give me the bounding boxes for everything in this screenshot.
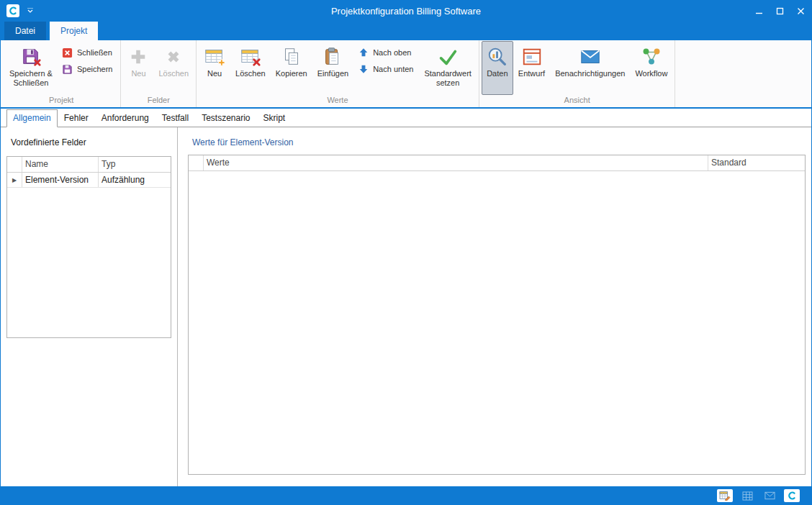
set-default-label-line2: setzen bbox=[436, 78, 459, 88]
group-caption-ansicht: Ansicht bbox=[482, 95, 673, 107]
status-bar bbox=[1, 486, 811, 505]
field-delete-label: Löschen bbox=[158, 69, 189, 78]
arrow-up-icon bbox=[358, 47, 369, 58]
copy-button[interactable]: Kopieren bbox=[271, 41, 312, 95]
maximize-button[interactable] bbox=[770, 0, 790, 22]
ribbon-group-projekt: Speichern & Schließen Schließen S bbox=[2, 40, 121, 107]
move-up-button[interactable]: Nach oben bbox=[355, 46, 416, 59]
close-project-label: Schließen bbox=[77, 48, 112, 57]
design-form-icon bbox=[521, 45, 543, 69]
field-delete-button[interactable]: Löschen bbox=[153, 41, 194, 95]
save-and-close-button[interactable]: Speichern & Schließen bbox=[4, 41, 58, 95]
data-magnifier-icon bbox=[487, 45, 508, 69]
window-controls bbox=[749, 0, 811, 22]
tab-allgemein[interactable]: Allgemein bbox=[6, 109, 58, 127]
view-data-label: Daten bbox=[487, 69, 508, 78]
view-data-button[interactable]: Daten bbox=[482, 41, 513, 95]
grid-empty-area bbox=[7, 188, 171, 337]
close-red-icon bbox=[62, 47, 73, 58]
ribbon: Speichern & Schließen Schließen S bbox=[1, 40, 811, 109]
values-panel-title: Werte für Element-Version bbox=[192, 137, 806, 147]
window-title: Projektkonfiguration Billing Software bbox=[1, 6, 811, 17]
view-design-button[interactable]: Entwurf bbox=[513, 41, 550, 95]
notifications-button[interactable]: Benachrichtigungen bbox=[550, 41, 630, 95]
values-grid: Werte Standard bbox=[188, 155, 806, 475]
paste-icon bbox=[322, 45, 343, 69]
view-tab-strip: Allgemein Fehler Anforderung Testfall Te… bbox=[1, 109, 811, 127]
ribbon-group-werte: Neu Löschen bbox=[197, 40, 479, 107]
column-header-typ[interactable]: Typ bbox=[99, 157, 171, 172]
save-and-close-label-line1: Speichern & bbox=[9, 69, 53, 78]
fields-edit-icon[interactable] bbox=[717, 489, 733, 502]
group-caption-felder: Felder bbox=[123, 95, 194, 107]
tab-skript[interactable]: Skript bbox=[257, 109, 292, 127]
ribbon-tab-projekt[interactable]: Projekt bbox=[50, 22, 98, 40]
arrow-down-icon bbox=[358, 63, 369, 75]
notifications-label: Benachrichtigungen bbox=[555, 69, 625, 78]
checkmark-icon bbox=[437, 45, 459, 69]
grid-header-row: Name Typ bbox=[7, 157, 171, 173]
copy-label: Kopieren bbox=[276, 69, 307, 78]
tab-anforderung[interactable]: Anforderung bbox=[95, 109, 155, 127]
close-button[interactable] bbox=[790, 0, 811, 22]
save-and-close-label-line2: Schließen bbox=[14, 78, 49, 88]
cell-field-typ[interactable]: Aufzählung bbox=[99, 173, 171, 187]
paste-button[interactable]: Einfügen bbox=[312, 41, 353, 95]
app-window: Projektkonfiguration Billing Software Da… bbox=[0, 0, 812, 505]
move-down-button[interactable]: Nach unten bbox=[355, 63, 416, 76]
value-delete-label: Löschen bbox=[235, 69, 266, 78]
predefined-fields-panel: Vordefinierte Felder Name Typ ▶ Element-… bbox=[1, 127, 178, 486]
quick-access-chevron-down-icon[interactable] bbox=[27, 8, 34, 14]
ribbon-tab-row: Datei Projekt bbox=[1, 22, 811, 40]
predefined-fields-grid: Name Typ ▶ Element-Version Aufzählung bbox=[6, 156, 171, 338]
grid-add-icon bbox=[204, 45, 225, 69]
column-header-werte[interactable]: Werte bbox=[204, 155, 708, 170]
field-new-label: Neu bbox=[131, 69, 145, 78]
column-header-name[interactable]: Name bbox=[22, 157, 99, 172]
save-close-icon bbox=[20, 45, 42, 69]
header-indicator-cell bbox=[7, 157, 22, 172]
app-logo-icon[interactable] bbox=[6, 4, 19, 17]
grid-delete-icon bbox=[240, 45, 261, 69]
save-project-label: Speichern bbox=[77, 65, 113, 73]
values-grid-header-row: Werte Standard bbox=[189, 155, 805, 171]
title-bar: Projektkonfiguration Billing Software bbox=[1, 0, 811, 22]
save-icon bbox=[62, 63, 73, 75]
grid-icon[interactable] bbox=[739, 489, 755, 502]
mail-icon[interactable] bbox=[762, 489, 777, 502]
move-down-label: Nach unten bbox=[373, 65, 413, 73]
plus-disabled-icon bbox=[129, 45, 148, 69]
set-default-button[interactable]: Standardwert setzen bbox=[419, 41, 476, 95]
value-delete-button[interactable]: Löschen bbox=[230, 41, 271, 95]
ribbon-tab-datei[interactable]: Datei bbox=[4, 22, 46, 40]
table-row[interactable]: ▶ Element-Version Aufzählung bbox=[7, 173, 171, 188]
close-project-button[interactable]: Schließen bbox=[59, 46, 116, 59]
move-up-label: Nach oben bbox=[373, 48, 411, 57]
ribbon-group-felder: Neu Löschen Felder bbox=[121, 40, 197, 107]
values-grid-empty-area bbox=[189, 171, 805, 474]
workflow-button[interactable]: Workflow bbox=[630, 41, 672, 95]
value-new-label: Neu bbox=[207, 69, 222, 78]
tab-fehler[interactable]: Fehler bbox=[58, 109, 95, 127]
mail-envelope-icon bbox=[579, 45, 601, 69]
workflow-diagram-icon bbox=[641, 45, 662, 69]
group-caption-werte: Werte bbox=[199, 95, 477, 107]
value-new-button[interactable]: Neu bbox=[199, 41, 230, 95]
paste-label: Einfügen bbox=[317, 69, 348, 78]
predefined-fields-title: Vordefinierte Felder bbox=[11, 137, 171, 147]
minimize-button[interactable] bbox=[749, 0, 770, 22]
ribbon-group-ansicht: Daten Entwurf bbox=[479, 40, 676, 107]
column-header-standard[interactable]: Standard bbox=[708, 155, 805, 170]
set-default-label-line1: Standardwert bbox=[424, 69, 471, 78]
app-logo-icon-statusbar[interactable] bbox=[784, 489, 800, 502]
cell-field-name[interactable]: Element-Version bbox=[22, 173, 99, 187]
tab-testfall[interactable]: Testfall bbox=[155, 109, 195, 127]
values-panel: Werte für Element-Version Werte Standard bbox=[178, 127, 811, 486]
field-new-button[interactable]: Neu bbox=[123, 41, 153, 95]
save-project-button[interactable]: Speichern bbox=[59, 63, 116, 76]
row-indicator-arrow-icon: ▶ bbox=[7, 173, 22, 187]
tab-testszenario[interactable]: Testszenario bbox=[195, 109, 256, 127]
copy-icon bbox=[281, 45, 302, 69]
x-disabled-icon bbox=[164, 45, 183, 69]
main-content: Vordefinierte Felder Name Typ ▶ Element-… bbox=[1, 127, 811, 486]
